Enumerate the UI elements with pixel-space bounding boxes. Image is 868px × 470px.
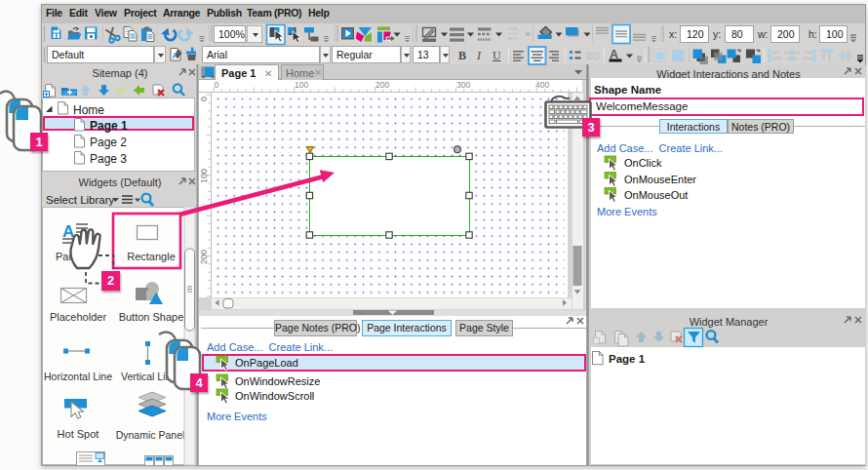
svg-text:0: 0 (215, 80, 219, 90)
svg-text:300: 300 (456, 80, 470, 90)
svg-text:100: 100 (199, 169, 209, 183)
svg-text:100: 100 (295, 80, 308, 90)
svg-text:200: 200 (199, 250, 209, 264)
svg-text:400: 400 (535, 80, 549, 90)
svg-text:200: 200 (375, 80, 389, 90)
svg-text:0: 0 (199, 97, 209, 101)
